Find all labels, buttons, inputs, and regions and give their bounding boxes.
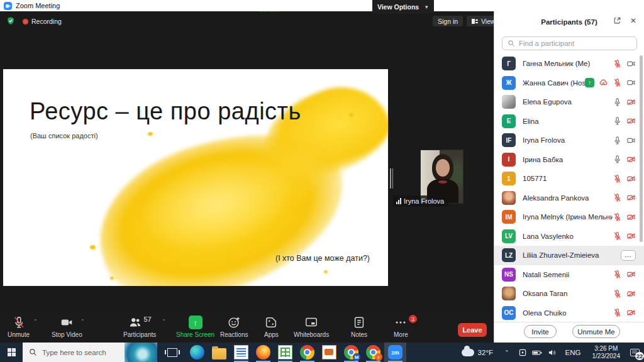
security-shield-icon[interactable] bbox=[6, 16, 15, 25]
audio-signal-icon bbox=[396, 198, 401, 204]
taskbar-search-placeholder: Type here to search bbox=[42, 349, 106, 356]
pane-resize-handle[interactable] bbox=[390, 168, 394, 189]
participant-name: Elena Egupova bbox=[523, 98, 613, 106]
participant-row[interactable]: LVLana Vasylenko bbox=[494, 227, 644, 246]
participant-status-icons bbox=[613, 270, 636, 279]
participant-initial-avatar: 1 bbox=[502, 172, 516, 185]
sign-in-button[interactable]: Sign in bbox=[433, 16, 463, 26]
tray-clock[interactable]: 3:26 PM 1/23/2024 bbox=[592, 345, 621, 360]
muted-mic-icon bbox=[613, 59, 622, 69]
taskbar-file-explorer-icon[interactable] bbox=[208, 343, 230, 362]
layout-icon bbox=[472, 19, 478, 24]
more-button[interactable]: More bbox=[394, 315, 408, 338]
participant-row[interactable]: ЖЖанна Савич (Host)↑ bbox=[494, 74, 644, 93]
camera-off-icon bbox=[626, 270, 636, 279]
taskbar-search-icon bbox=[29, 348, 37, 356]
recording-dot-icon[interactable] bbox=[23, 19, 28, 25]
unmute-me-button[interactable]: Unmute Me bbox=[572, 325, 620, 338]
leave-button[interactable]: Leave bbox=[458, 323, 487, 337]
tray-language[interactable]: ENG bbox=[565, 349, 581, 356]
participant-row[interactable]: ГГанна Мельник (Me) bbox=[494, 54, 644, 74]
camera-off-icon bbox=[626, 116, 636, 126]
participant-initial-avatar: Ж bbox=[502, 76, 516, 90]
video-options-chevron[interactable]: ⌃ bbox=[80, 319, 85, 324]
participant-status-icons bbox=[613, 212, 636, 222]
taskbar-zoom-icon[interactable]: zm bbox=[384, 343, 406, 362]
more-badge: 3 bbox=[409, 315, 417, 323]
zoom-meeting-window: Zoom Meeting You are viewing Жанна Савич… bbox=[0, 0, 644, 362]
participant-name: Natali Semenii bbox=[523, 271, 613, 278]
muted-mic-icon bbox=[613, 78, 622, 87]
apps-icon bbox=[264, 315, 278, 329]
participant-row[interactable]: IІрина Бабка bbox=[494, 150, 644, 170]
participant-row[interactable]: EElina bbox=[494, 112, 644, 131]
participants-button[interactable]: 57 Participants bbox=[123, 315, 156, 338]
taskbar-impress-icon[interactable] bbox=[318, 343, 340, 362]
search-placeholder: Find a participant bbox=[519, 40, 574, 47]
reactions-button[interactable]: Reactions bbox=[220, 315, 248, 338]
participant-status-icons: ↑ bbox=[585, 78, 636, 87]
participant-more-button[interactable]: … bbox=[621, 250, 636, 261]
recording-label: Recording bbox=[31, 18, 62, 25]
notes-button[interactable]: Notes bbox=[351, 315, 367, 338]
start-button[interactable] bbox=[0, 343, 23, 362]
tray-chevron-icon[interactable]: ⌃ bbox=[504, 349, 509, 356]
weather-cloud-icon[interactable] bbox=[462, 349, 474, 356]
taskbar-firefox-icon[interactable] bbox=[252, 343, 274, 362]
taskbar-search-input[interactable]: Type here to search bbox=[23, 343, 157, 362]
view-options-button[interactable]: View Options▼ bbox=[372, 0, 434, 14]
participant-status-icons bbox=[613, 308, 636, 317]
taskbar-chrome-profile-r-icon[interactable]: r bbox=[362, 343, 384, 362]
stop-video-button[interactable]: Stop Video bbox=[52, 315, 82, 338]
whiteboard-icon bbox=[304, 315, 318, 329]
participant-row[interactable]: Oksana Taran bbox=[494, 284, 644, 304]
tray-date: 1/23/2024 bbox=[592, 353, 621, 360]
notification-count-badge: 22 bbox=[635, 352, 644, 360]
participants-panel: Participants (57) ✕ Find a participant Г… bbox=[494, 11, 644, 343]
participant-initial-avatar: LV bbox=[502, 229, 516, 243]
participant-list-scrollbar[interactable] bbox=[640, 55, 643, 242]
participants-options-chevron[interactable]: ⌃ bbox=[162, 319, 166, 324]
video-person-face bbox=[436, 159, 450, 177]
camera-off-icon bbox=[626, 193, 636, 202]
apps-button[interactable]: Apps bbox=[264, 315, 279, 338]
participant-status-icons bbox=[613, 289, 636, 299]
unmute-button[interactable]: Unmute bbox=[8, 315, 30, 338]
popout-icon[interactable] bbox=[613, 16, 621, 25]
participant-row[interactable]: IMIryna Melnyk (Ірина Мельник) bbox=[494, 207, 644, 227]
participant-initial-avatar: OC bbox=[502, 306, 516, 320]
camera-off-icon bbox=[626, 174, 636, 184]
tray-speaker-icon[interactable] bbox=[547, 348, 557, 357]
search-participant-input[interactable]: Find a participant bbox=[502, 36, 637, 50]
mic-icon bbox=[613, 97, 622, 107]
camera-off-icon bbox=[626, 212, 636, 222]
participant-row[interactable]: Aleksandra Pankova bbox=[494, 189, 644, 208]
invite-button[interactable]: Invite bbox=[524, 325, 557, 338]
reactions-smiley-icon bbox=[227, 315, 241, 329]
task-view-icon[interactable] bbox=[167, 348, 177, 357]
participant-row[interactable]: 1105771 bbox=[494, 169, 644, 189]
taskbar-edge-icon[interactable] bbox=[186, 343, 208, 362]
notes-icon bbox=[352, 315, 366, 329]
camera-on-icon bbox=[626, 78, 636, 87]
panel-close-icon[interactable]: ✕ bbox=[630, 16, 636, 25]
unmute-options-chevron[interactable]: ⌃ bbox=[33, 319, 38, 324]
tray-battery-icon[interactable] bbox=[532, 348, 542, 357]
participant-status-icons bbox=[613, 59, 636, 69]
taskbar-calc-icon[interactable] bbox=[274, 343, 296, 362]
participant-row[interactable]: LZLiliia Zhuravel-Zmieieva… bbox=[494, 246, 644, 265]
notification-center-button[interactable]: 22 bbox=[625, 343, 644, 362]
taskbar-writer-icon[interactable] bbox=[230, 343, 252, 362]
weather-temperature[interactable]: 32°F bbox=[478, 349, 493, 356]
taskbar-chrome-icon[interactable] bbox=[296, 343, 318, 362]
participant-photo-avatar bbox=[502, 287, 516, 300]
participant-row[interactable]: OCOlena Chuiko bbox=[494, 304, 644, 323]
camera-on-icon bbox=[626, 136, 636, 145]
tray-device-icon[interactable] bbox=[518, 348, 527, 357]
participant-row[interactable]: IFIryna Frolova bbox=[494, 131, 644, 150]
participant-row[interactable]: NSNatali Semenii bbox=[494, 265, 644, 285]
share-screen-button[interactable]: ↑ Share Screen bbox=[176, 315, 214, 338]
participant-row[interactable]: Elena Egupova bbox=[494, 92, 644, 112]
whiteboards-button[interactable]: Whiteboards bbox=[294, 315, 329, 338]
taskbar-chrome-profile-m-icon[interactable]: M bbox=[340, 343, 362, 362]
